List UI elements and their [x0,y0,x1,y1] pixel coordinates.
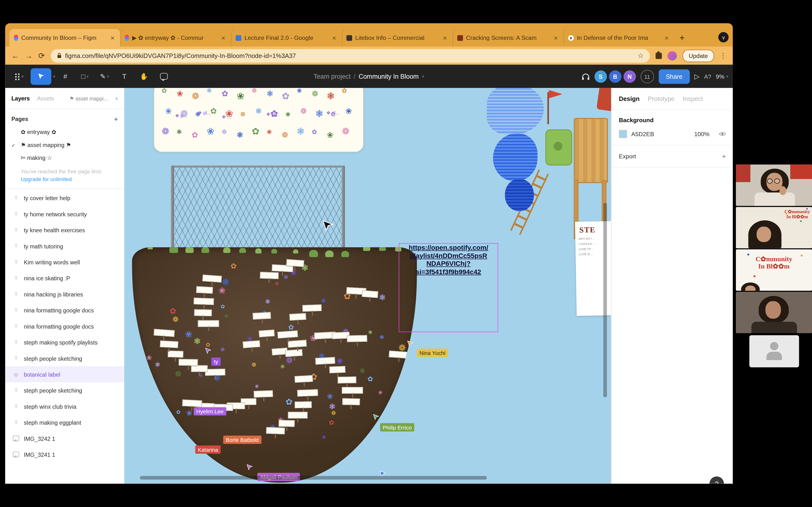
flower-asset-icon[interactable]: ❃ [207,88,212,94]
flower-asset-icon[interactable]: ❀ [345,107,352,115]
inspector-tab-design[interactable]: Design [619,95,640,102]
botanical-label-sign[interactable] [254,390,273,398]
layer-item[interactable]: Tsteph winx club trivia [5,398,124,414]
tab-close-icon[interactable]: × [331,34,337,42]
botanical-label-sign[interactable] [259,330,274,338]
flower-asset-icon[interactable]: ✿ [312,129,317,135]
flower-sprite[interactable]: ✿ [275,281,279,286]
flower-sprite[interactable]: ❁ [220,347,225,352]
upgrade-link[interactable]: Upgrade for unlimited [5,175,124,187]
flower-sprite[interactable]: ✿ [170,306,176,314]
palette-asset-label[interactable]: ❖ pl... [266,112,279,117]
botanical-label-sign[interactable] [260,272,278,279]
flower-sprite[interactable]: ❀ [322,435,326,440]
flower-sprite[interactable]: ❁ [284,275,288,280]
flower-sprite[interactable]: ❀ [378,390,383,395]
hand-tool-button[interactable]: ✋ [134,65,154,88]
layer-item[interactable]: Tnina formatting google docs [5,302,124,318]
layer-item[interactable]: Tty cover letter help [5,190,124,206]
layer-item[interactable]: Tsteph people sketching [5,350,124,366]
botanical-label-sign[interactable] [179,359,198,366]
flower-asset-icon[interactable]: ❁ [221,129,227,135]
flower-asset-icon[interactable]: ✿ [252,127,259,136]
new-tab-button[interactable]: + [674,33,690,47]
canvas[interactable]: ✿❀❁❃✿❀❁❃✿❀❁❃✿❀❁❃✿❀❁❃✿❀❁❃✿❀❁❃✿❀❁❃✿❀❁❃✿❀❁❖… [124,88,611,484]
chain-link-fence[interactable] [171,166,345,248]
video-tile-participant-1[interactable] [736,164,812,206]
chevron-down-icon[interactable]: ∨ [422,74,424,78]
flower-asset-icon[interactable]: ✿ [221,90,228,97]
botanical-label-sign[interactable] [253,312,271,320]
inspector-tab-prototype[interactable]: Prototype [648,95,674,102]
flower-sprite[interactable]: ❀ [327,393,333,400]
flower-sprite[interactable]: ✿ [286,398,293,406]
botanical-label-sign[interactable] [194,309,212,316]
flower-sprite[interactable]: ❁ [175,370,182,378]
layer-item[interactable]: Tsteph people sketching [5,382,124,398]
add-page-button[interactable]: + [114,115,118,123]
flower-asset-icon[interactable]: ❀ [327,131,333,138]
flower-sprite[interactable]: ✿ [288,324,294,331]
botanical-label-sign[interactable] [286,259,304,267]
botanical-label-sign[interactable] [347,335,367,342]
flower-sprite[interactable]: ❃ [280,364,285,370]
tab-close-icon[interactable]: × [664,34,670,42]
flower-asset-icon[interactable]: ❀ [297,88,302,94]
flower-sprite[interactable]: ✿ [329,419,334,426]
collaborator-count[interactable]: 11 [641,69,654,83]
layer-item[interactable]: Tnina hacking js libraries [5,286,124,302]
flower-sprite[interactable]: ✿ [367,376,373,382]
flower-asset-icon[interactable]: ❀ [165,107,172,115]
flower-sprite[interactable]: ❁ [399,343,406,352]
flower-sprite[interactable]: ❁ [331,410,336,416]
flower-sprite[interactable]: ❁ [252,362,256,368]
browser-tab[interactable]: eIn Defense of the Poor Ima× [563,29,674,47]
botanical-label-sign[interactable] [202,275,221,282]
botanical-label-sign[interactable] [168,350,184,358]
comment-tool-button[interactable] [154,65,173,88]
layer-item[interactable]: ◇botanical label [5,366,124,382]
current-page-indicator[interactable]: ⚑ asset mappi... [69,95,108,101]
flower-asset-icon[interactable]: ✿ [210,107,217,115]
flower-sprite[interactable]: ❀ [219,287,226,295]
botanical-label-sign[interactable] [361,290,378,298]
flower-asset-icon[interactable]: ❀ [207,127,214,136]
flower-asset-icon[interactable]: ❃ [297,127,305,136]
layer-item[interactable]: Tty home network security [5,206,124,222]
breadcrumb[interactable]: Team project / Community In Bloom ∨ [313,73,424,80]
opacity-value[interactable]: 100% [694,131,710,137]
flower-asset-icon[interactable]: ✿ [162,88,167,94]
botanical-label-sign[interactable] [342,387,363,394]
flower-sprite[interactable]: ❃ [222,278,230,286]
flower-sprite[interactable]: ❃ [155,362,160,368]
botanical-label-sign[interactable] [294,375,313,383]
page-item[interactable]: ✿ entryway ✿ [5,126,124,139]
browser-tab[interactable]: ▶ ✿ entryway ✿ - Commur× [120,29,231,47]
palette-asset-label[interactable]: ❖ ... [221,114,231,119]
main-menu-button[interactable]: ∨ [9,65,29,88]
flower-sprite[interactable]: ❁ [286,356,293,365]
botanical-label-sign[interactable] [329,366,346,373]
collaborator-avatar[interactable]: B [609,70,621,82]
botanical-label-sign[interactable] [160,340,178,348]
botanical-label-sign[interactable] [288,412,308,418]
flower-sprite[interactable]: ❀ [379,334,384,340]
flower-asset-icon[interactable]: ❃ [176,129,182,135]
video-tile-participant-3[interactable]: C✿mmunityIn Bl✿✿m [736,249,812,291]
palette-asset-label[interactable]: ❖ pl... [198,110,211,115]
profile-avatar[interactable] [667,51,677,60]
flower-sprite[interactable]: ❁ [172,316,179,323]
botanical-label-sign[interactable] [196,286,213,294]
reload-button[interactable]: ⟳ [39,51,45,60]
browser-tab[interactable]: Litebox Info – Commercial× [342,29,453,47]
garden-plot[interactable]: ✿❀❁❃✿❀❁❃✿❀❁❃✿❀❁❃✿❀❁❃✿❀❁❃✿❀❁❃✿❀❁❃✿❀❁❃✿❀❁❃… [132,247,417,483]
tab-assets[interactable]: Assets [37,95,54,101]
flower-asset-icon[interactable]: ❀ [267,129,272,135]
browser-tab[interactable]: Lecture Final 2.0 - Google× [231,29,342,47]
layer-item[interactable]: Tnina ice skating :P [5,270,124,286]
botanical-label-sign[interactable] [266,427,285,434]
flower-asset-icon[interactable]: ❃ [237,131,243,138]
back-button[interactable]: ← [11,51,19,60]
botanical-label-sign[interactable] [285,349,303,357]
flower-sprite[interactable]: ❃ [194,337,201,345]
